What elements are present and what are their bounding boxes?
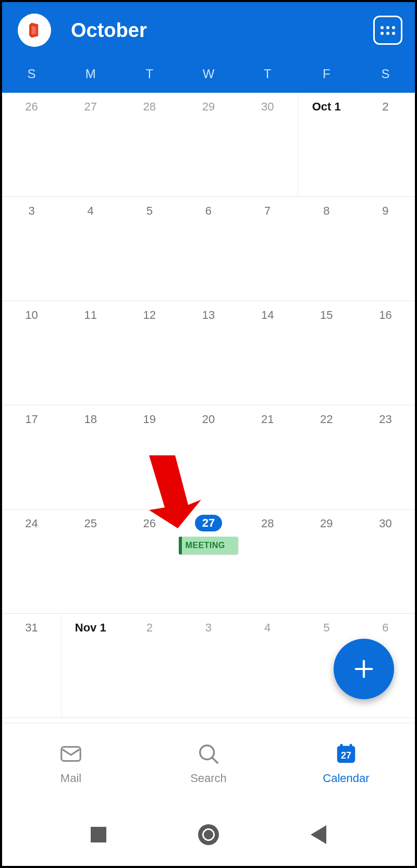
date-number: 25 [80,515,101,532]
calendar-cell[interactable]: 2 [120,614,179,718]
date-number: 27 [80,98,101,116]
date-number: 18 [80,411,101,428]
svg-rect-9 [350,744,352,749]
weekday-label: M [61,67,120,81]
weekday-label: S [2,67,61,81]
calendar-cell[interactable]: 28 [120,93,179,197]
weekday-label: F [297,67,356,81]
calendar-cell[interactable]: 30 [356,510,415,614]
dots-grid-icon [381,26,395,35]
date-number: 5 [316,619,337,637]
date-number: 7 [257,202,278,220]
month-title[interactable]: October [71,19,373,42]
calendar-cell[interactable]: 7 [238,197,297,301]
add-event-button[interactable] [334,639,394,699]
calendar-cell[interactable]: 21 [238,405,297,510]
system-nav-bar [2,803,415,866]
svg-line-5 [213,758,218,763]
date-number: 26 [21,98,42,116]
calendar-cell[interactable]: 27 [61,93,120,197]
date-number: 14 [257,306,278,324]
nav-back-button[interactable] [308,824,329,845]
tab-calendar[interactable]: 27 Calendar [277,723,415,803]
calendar-cell[interactable]: 29 [297,510,356,614]
calendar-cell[interactable]: 13 [179,301,238,405]
calendar-cell[interactable]: 23 [356,405,415,510]
calendar-cell[interactable]: 15 [297,301,356,405]
date-number: 4 [80,202,101,220]
calendar-cell[interactable]: 6 [179,197,238,301]
date-number: 6 [375,619,396,637]
date-number: 4 [257,619,278,637]
calendar-cell[interactable]: 3 [179,614,238,718]
weekday-label: T [238,67,297,81]
weekday-label: W [179,67,238,81]
calendar-cell[interactable]: 3 [2,197,61,301]
calendar-cell[interactable]: 14 [238,301,297,405]
office-logo-icon [26,21,43,39]
nav-home-button[interactable] [198,824,219,845]
calendar-cell[interactable]: 27MEETING [179,510,238,614]
calendar-cell[interactable]: 4 [61,197,120,301]
plus-icon [352,657,376,681]
date-number: 5 [139,202,160,220]
date-number: 20 [198,411,219,428]
date-number: 29 [198,98,219,116]
calendar-cell[interactable]: 8 [297,197,356,301]
calendar-cell[interactable]: 16 [356,301,415,405]
calendar-cell[interactable]: Nov 1 [61,614,120,718]
date-number: 3 [198,619,219,637]
date-number: 21 [257,411,278,428]
calendar-cell[interactable]: 19 [120,405,179,510]
date-number: 29 [316,515,337,532]
date-number: 13 [198,306,219,324]
tab-label: Calendar [323,772,369,785]
calendar-event[interactable]: MEETING [179,537,238,554]
calendar-cell[interactable]: 22 [297,405,356,510]
header: October S M T W T F S [2,2,415,93]
calendar-cell[interactable]: Oct 1 [297,93,356,197]
calendar-cell[interactable]: 24 [2,510,61,614]
calendar-cell[interactable]: 28 [238,510,297,614]
calendar-cell[interactable]: 18 [61,405,120,510]
svg-rect-8 [340,744,343,749]
calendar-cell[interactable]: 2 [356,93,415,197]
date-number: 30 [375,515,396,532]
calendar-cell[interactable]: 4 [238,614,297,718]
calendar-cell[interactable]: 20 [179,405,238,510]
calendar-cell[interactable]: 5 [120,197,179,301]
bottom-tab-bar: Mail Search 27 Calendar [2,723,415,803]
date-number: 30 [257,98,278,116]
profile-avatar[interactable] [18,14,51,47]
calendar-cell[interactable]: 29 [179,93,238,197]
calendar-cell[interactable]: 9 [356,197,415,301]
tab-label: Search [190,772,227,785]
date-number: 12 [139,306,160,324]
calendar-cell[interactable]: 10 [2,301,61,405]
calendar-cell[interactable]: 26 [120,510,179,614]
calendar-cell[interactable]: 31 [2,614,61,718]
calendar-cell[interactable]: 30 [238,93,297,197]
date-number: Oct 1 [308,98,345,116]
date-number: 22 [316,411,337,428]
calendar-cell[interactable]: 17 [2,405,61,510]
calendar-icon: 27 [334,741,359,766]
today-date-pill: 27 [195,515,222,531]
calendar-cell[interactable]: 26 [2,93,61,197]
svg-rect-3 [62,747,80,761]
mail-icon [58,741,83,766]
calendar-cell[interactable]: 25 [61,510,120,614]
date-number: 16 [375,306,396,324]
tab-mail[interactable]: Mail [2,723,140,803]
calendar-cell[interactable]: 12 [120,301,179,405]
tab-search[interactable]: Search [140,723,277,803]
date-number: 9 [375,202,396,220]
search-icon [196,741,221,766]
calendar-cell[interactable]: 11 [61,301,120,405]
date-number: Nov 1 [71,619,111,637]
nav-recent-button[interactable] [88,824,109,845]
view-toggle-button[interactable] [373,16,402,45]
weekday-label: T [120,67,179,81]
date-number: 10 [21,306,42,324]
date-number: 17 [21,411,42,428]
